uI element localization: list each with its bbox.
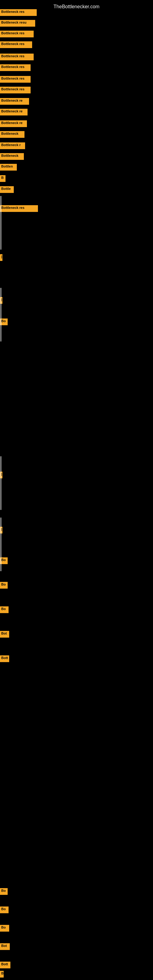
bottleneck-item: Bo — [0, 925, 9, 932]
bottleneck-item: Bot — [0, 631, 9, 638]
bottleneck-item: Bottleneck re — [0, 109, 27, 115]
bottleneck-item: B — [0, 175, 5, 182]
bottleneck-item: Bottleneck res — [0, 41, 32, 48]
bottleneck-item: Bott — [0, 962, 10, 968]
vertical-line — [1, 196, 1, 250]
bottleneck-item: Bottleneck — [0, 131, 24, 138]
bottleneck-item: Bottleneck r — [0, 142, 25, 149]
bottleneck-item: Bottle — [0, 186, 14, 193]
bottleneck-item: Bott — [0, 655, 9, 662]
bottleneck-item: Bo — [0, 606, 9, 613]
vertical-line — [1, 456, 1, 510]
bottleneck-item: Bottleneck — [0, 153, 24, 160]
bottleneck-item: Bot — [0, 943, 10, 950]
bottleneck-item: B — [0, 971, 4, 978]
bottleneck-item: | — [0, 254, 2, 261]
bottleneck-item: Bottleneck res — [0, 64, 30, 71]
bottleneck-item: Bottleneck re — [0, 98, 29, 105]
bottleneck-item: Bottleneck res — [0, 9, 37, 16]
bottleneck-item: Bo — [0, 907, 9, 913]
bottleneck-item: Bottleneck res — [0, 87, 30, 94]
bottleneck-item: Bo — [0, 888, 8, 895]
bottleneck-item: Bo — [0, 582, 8, 589]
bottleneck-item: Bottleneck resu — [0, 20, 35, 27]
bottleneck-item: Bottleneck res — [0, 205, 38, 212]
vertical-line — [1, 517, 1, 571]
bottleneck-item: Bottleneck res — [0, 30, 33, 37]
vertical-line — [1, 288, 1, 342]
bottleneck-item: Bottleneck re — [0, 120, 27, 127]
bottleneck-item: Bottleneck res — [0, 76, 30, 83]
bottleneck-item: Bottlen — [0, 164, 17, 170]
bottleneck-item: Bottleneck res — [0, 54, 33, 60]
